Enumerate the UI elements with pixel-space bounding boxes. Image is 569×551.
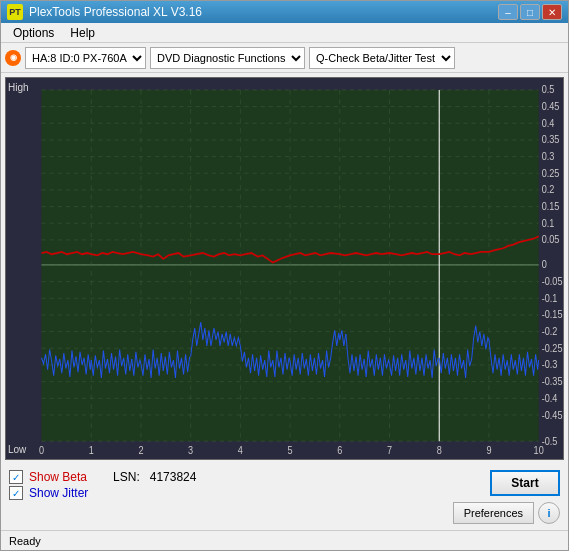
svg-text:7: 7: [387, 445, 393, 457]
show-jitter-checkbox[interactable]: ✓: [9, 486, 23, 500]
svg-text:3: 3: [188, 445, 194, 457]
toolbar: ◉ HA:8 ID:0 PX-760A DVD Diagnostic Funct…: [1, 43, 568, 73]
chart-canvas: High Low: [6, 78, 563, 459]
drive-dropdown[interactable]: HA:8 ID:0 PX-760A: [25, 47, 146, 69]
svg-text:-0.25: -0.25: [542, 342, 563, 354]
close-button[interactable]: ✕: [542, 4, 562, 20]
svg-text:0.05: 0.05: [542, 234, 560, 246]
svg-text:6: 6: [337, 445, 343, 457]
test-dropdown[interactable]: Q-Check Beta/Jitter Test: [309, 47, 455, 69]
svg-text:8: 8: [437, 445, 443, 457]
minimize-button[interactable]: –: [498, 4, 518, 20]
preferences-button[interactable]: Preferences: [453, 502, 534, 524]
lsn-label-text: LSN:: [113, 470, 140, 484]
title-bar: PT PlexTools Professional XL V3.16 – □ ✕: [1, 1, 568, 23]
svg-text:0.15: 0.15: [542, 200, 560, 212]
svg-text:-0.1: -0.1: [542, 292, 558, 304]
svg-text:5: 5: [288, 445, 294, 457]
chart-svg: 0.5 0.45 0.4 0.35 0.3 0.25 0.2 0.15 0.1 …: [6, 78, 563, 459]
chart-container: High Low: [5, 77, 564, 460]
menu-options[interactable]: Options: [5, 24, 62, 42]
drive-selector: ◉ HA:8 ID:0 PX-760A: [5, 47, 146, 69]
window-title: PlexTools Professional XL V3.16: [29, 5, 492, 19]
show-jitter-label: Show Jitter: [29, 486, 88, 500]
svg-text:1: 1: [89, 445, 95, 457]
status-bar: Ready: [1, 530, 568, 550]
window-controls: – □ ✕: [498, 4, 562, 20]
main-window: PT PlexTools Professional XL V3.16 – □ ✕…: [0, 0, 569, 551]
svg-text:10: 10: [534, 445, 545, 457]
show-beta-row: ✓ Show Beta LSN: 4173824: [9, 470, 196, 484]
svg-text:0.45: 0.45: [542, 100, 560, 112]
svg-text:-0.35: -0.35: [542, 375, 563, 387]
menu-help[interactable]: Help: [62, 24, 103, 42]
svg-text:0.5: 0.5: [542, 84, 555, 96]
svg-text:9: 9: [486, 445, 492, 457]
svg-text:2: 2: [138, 445, 144, 457]
y-label-low: Low: [8, 444, 26, 455]
svg-text:0.1: 0.1: [542, 217, 555, 229]
svg-text:0.4: 0.4: [542, 117, 555, 129]
svg-text:-0.2: -0.2: [542, 325, 558, 337]
show-jitter-row: ✓ Show Jitter: [9, 486, 196, 500]
svg-text:0: 0: [542, 259, 548, 271]
maximize-button[interactable]: □: [520, 4, 540, 20]
app-icon: PT: [7, 4, 23, 20]
start-button[interactable]: Start: [490, 470, 560, 496]
drive-icon: ◉: [5, 50, 21, 66]
status-text: Ready: [9, 535, 41, 547]
info-button[interactable]: i: [538, 502, 560, 524]
checkboxes-group: ✓ Show Beta LSN: 4173824 ✓ Show Jitter: [9, 470, 196, 500]
svg-text:0.25: 0.25: [542, 167, 560, 179]
svg-text:-0.45: -0.45: [542, 409, 563, 421]
svg-text:0.2: 0.2: [542, 184, 555, 196]
chart-area: High Low: [1, 73, 568, 464]
svg-text:-0.15: -0.15: [542, 309, 563, 321]
svg-text:-0.4: -0.4: [542, 392, 558, 404]
svg-text:0.35: 0.35: [542, 134, 560, 146]
svg-text:0.3: 0.3: [542, 150, 555, 162]
right-controls: Start Preferences i: [453, 470, 560, 524]
preferences-area: Preferences i: [453, 502, 560, 524]
svg-text:-0.3: -0.3: [542, 359, 558, 371]
svg-text:-0.5: -0.5: [542, 435, 558, 447]
show-beta-checkbox[interactable]: ✓: [9, 470, 23, 484]
svg-text:-0.05: -0.05: [542, 275, 563, 287]
bottom-controls: ✓ Show Beta LSN: 4173824 ✓ Show Jitter S…: [9, 470, 560, 524]
menu-bar: Options Help: [1, 23, 568, 43]
function-dropdown[interactable]: DVD Diagnostic Functions: [150, 47, 305, 69]
show-beta-label: Show Beta: [29, 470, 87, 484]
svg-text:0: 0: [39, 445, 45, 457]
svg-text:4: 4: [238, 445, 244, 457]
y-label-high: High: [8, 82, 29, 93]
lsn-value: 4173824: [150, 470, 197, 484]
bottom-panel: ✓ Show Beta LSN: 4173824 ✓ Show Jitter S…: [1, 464, 568, 530]
